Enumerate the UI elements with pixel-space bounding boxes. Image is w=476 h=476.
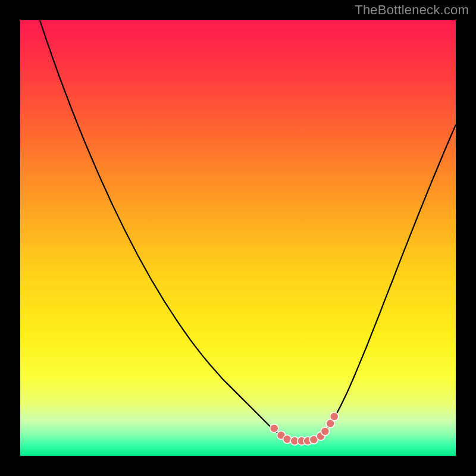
highlight-dots <box>270 412 339 445</box>
marker-dot <box>270 424 278 433</box>
curve-layer <box>20 20 456 456</box>
bottleneck-curve <box>40 20 456 440</box>
marker-dot <box>330 412 339 421</box>
plot-area <box>20 20 456 456</box>
watermark-text: TheBottleneck.com <box>355 2 469 18</box>
marker-dot <box>321 427 329 436</box>
chart-frame: TheBottleneck.com <box>0 0 476 476</box>
marker-dot <box>283 435 292 443</box>
